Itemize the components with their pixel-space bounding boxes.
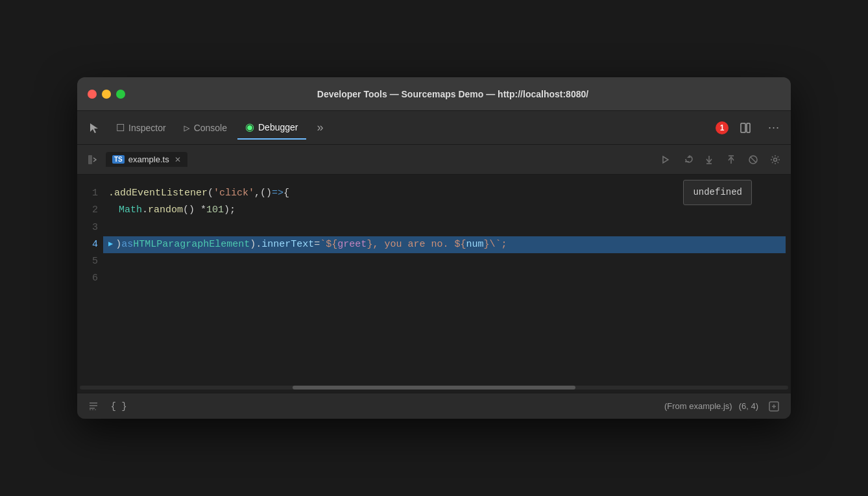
format-code-label: { } — [110, 401, 127, 412]
debugger-tab-icon: ◉ — [245, 121, 254, 133]
svg-rect-12 — [90, 405, 97, 406]
settings-icon — [769, 153, 782, 166]
pane-layout-button[interactable] — [734, 116, 757, 140]
traffic-lights — [88, 90, 125, 99]
code-line-2: Math.random() * 101); — [108, 202, 780, 219]
code-token: .addEventListener — [108, 185, 208, 202]
toolbar: ☐ Inspector ▷ Console ◉ Debugger » 1 — [77, 111, 791, 145]
more-options-button[interactable]: ··· — [762, 116, 786, 140]
statusbar: { } (From example.js) (6, 4) — [77, 393, 791, 419]
svg-point-10 — [774, 158, 777, 161]
file-name: example.ts — [128, 155, 169, 164]
format-toggle-button[interactable]: { } — [110, 397, 128, 415]
code-line-4: ) as HTMLParagraphElement).innerText = `… — [103, 236, 786, 253]
step-over-icon — [681, 153, 693, 166]
statusbar-left: { } — [85, 397, 128, 415]
error-count: 1 — [716, 121, 729, 134]
file-tab-example-ts[interactable]: TS example.ts ✕ — [106, 152, 187, 167]
editor-action-buttons — [655, 149, 786, 170]
horizontal-scrollbar[interactable] — [77, 382, 791, 393]
cursor-position-label: (6, 4) — [739, 401, 758, 411]
code-area: 1 2 3 4 5 6 .addEventListener('click', (… — [77, 175, 791, 382]
breakpoints-icon — [88, 401, 100, 412]
original-source-icon — [768, 401, 780, 412]
editor-toolbar: TS example.ts ✕ — [77, 145, 791, 175]
more-tabs-icon: » — [317, 121, 323, 134]
svg-rect-13 — [90, 408, 95, 409]
code-line-1: .addEventListener('click', () => { — [108, 185, 780, 202]
tooltip-undefined: undefined — [683, 180, 752, 205]
console-tab-label: Console — [194, 123, 227, 133]
pane-layout-icon — [740, 122, 751, 134]
more-tabs-button[interactable]: » — [309, 116, 332, 140]
code-line-6 — [108, 270, 780, 287]
scrollbar-track[interactable] — [80, 386, 788, 390]
step-in-icon — [703, 153, 716, 166]
deactivate-button[interactable] — [743, 149, 764, 170]
more-options-icon: ··· — [768, 121, 780, 134]
svg-rect-2 — [88, 155, 92, 164]
step-over-button[interactable] — [677, 149, 697, 170]
resume-icon — [658, 153, 671, 166]
code-line-5 — [108, 253, 780, 270]
code-line-3 — [108, 219, 780, 236]
editor-container: TS example.ts ✕ — [77, 145, 791, 419]
tooltip-text: undefined — [693, 187, 742, 197]
settings-button[interactable] — [765, 149, 786, 170]
inspector-tab-label: Inspector — [128, 123, 166, 133]
maximize-button[interactable] — [116, 90, 125, 99]
deactivate-icon — [747, 153, 760, 166]
toolbar-right: 1 ··· — [716, 116, 786, 140]
statusbar-right: (From example.js) (6, 4) — [664, 397, 783, 415]
step-out-icon — [725, 153, 738, 166]
svg-rect-1 — [747, 123, 750, 132]
sources-panel-icon — [87, 154, 99, 166]
line-numbers: 1 2 3 4 5 6 — [77, 175, 103, 382]
original-source-button[interactable] — [765, 397, 783, 415]
window-title: Developer Tools — Sourcemaps Demo — http… — [125, 89, 780, 99]
console-tab-icon: ▷ — [184, 122, 190, 134]
tab-debugger[interactable]: ◉ Debugger — [237, 116, 306, 140]
breakpoints-toggle-button[interactable] — [85, 397, 103, 415]
step-in-button[interactable] — [699, 149, 719, 170]
debugger-tab-label: Debugger — [258, 122, 298, 132]
scrollbar-thumb[interactable] — [293, 386, 576, 390]
devtools-window: Developer Tools — Sourcemaps Demo — http… — [77, 77, 791, 419]
cursor-icon — [88, 121, 101, 134]
inspect-element-button[interactable] — [82, 116, 106, 140]
close-button[interactable] — [88, 90, 97, 99]
step-out-button[interactable] — [721, 149, 741, 170]
titlebar: Developer Tools — Sourcemaps Demo — http… — [77, 77, 791, 111]
error-badge: 1 — [716, 121, 729, 134]
tab-console[interactable]: ▷ Console — [176, 116, 235, 140]
tab-inspector[interactable]: ☐ Inspector — [108, 116, 174, 140]
minimize-button[interactable] — [102, 90, 111, 99]
svg-rect-0 — [741, 123, 745, 132]
ts-badge: TS — [112, 155, 125, 164]
file-close-button[interactable]: ✕ — [175, 155, 181, 164]
svg-line-9 — [751, 157, 756, 162]
code-content[interactable]: .addEventListener('click', () => { Math.… — [103, 175, 791, 382]
svg-rect-11 — [90, 403, 97, 404]
sources-panel-button[interactable] — [82, 149, 103, 170]
inspector-tab-icon: ☐ — [116, 122, 125, 134]
resume-button[interactable] — [655, 149, 675, 170]
source-file-label: (From example.js) — [664, 401, 732, 411]
